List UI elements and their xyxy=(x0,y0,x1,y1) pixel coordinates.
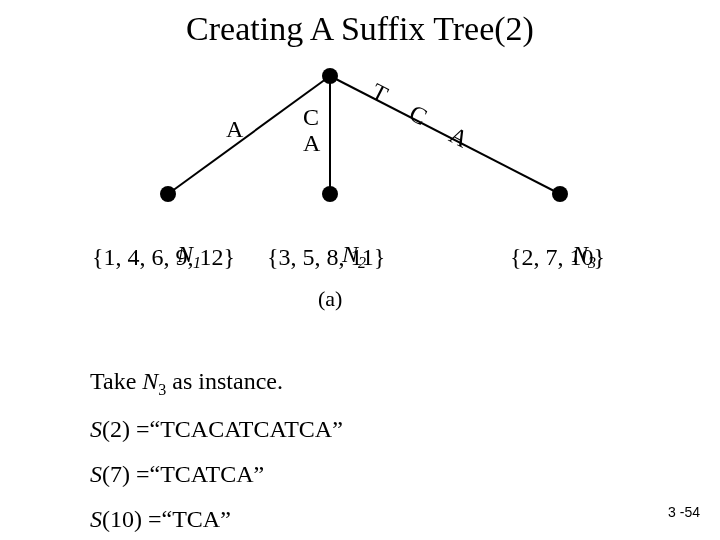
svg-line-2 xyxy=(330,76,560,194)
tree-leaf-n1-node xyxy=(160,186,176,202)
edge-label-left: A xyxy=(226,116,243,143)
edge-label-mid-2: A xyxy=(303,130,320,157)
edge-label-mid-1: C xyxy=(303,104,319,131)
take-line: Take N3 as instance. xyxy=(90,368,283,399)
page-number: 3 -54 xyxy=(668,504,700,520)
figure-label: (a) xyxy=(318,286,342,312)
page-title: Creating A Suffix Tree(2) xyxy=(0,0,720,48)
leaf-n1-set: {1, 4, 6, 9, 12} xyxy=(92,244,235,271)
tree-leaf-n3-node xyxy=(552,186,568,202)
s10-line: S(10) =“TCA” xyxy=(90,506,231,533)
leaf-n3-set: {2, 7, 10} xyxy=(510,244,605,271)
s7-line: S(7) =“TCATCA” xyxy=(90,461,264,488)
suffix-tree-diagram: A C A T C A N1 {1, 4, 6, 9, 12} N2 {3, 5… xyxy=(0,54,720,314)
tree-root-node xyxy=(322,68,338,84)
s2-line: S(2) =“TCACATCATCA” xyxy=(90,416,343,443)
leaf-n2-set: {3, 5, 8, 11} xyxy=(267,244,385,271)
tree-leaf-n2-node xyxy=(322,186,338,202)
